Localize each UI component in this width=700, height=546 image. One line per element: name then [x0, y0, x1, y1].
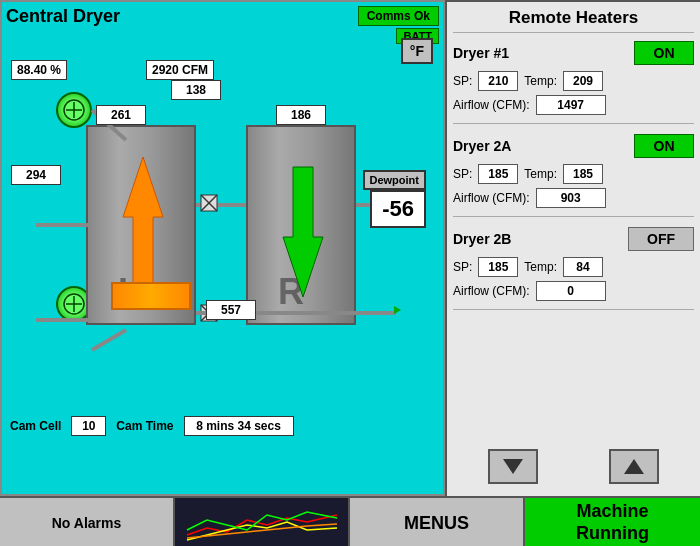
central-dryer-panel: Central Dryer Comms Ok BATT °F: [0, 0, 445, 496]
dryer-2b-sp-label: SP:: [453, 260, 472, 274]
dryer-2a-temp-label: Temp:: [524, 167, 557, 181]
dryer-2a-status[interactable]: ON: [634, 134, 694, 158]
dryer-1-temp-value: 209: [563, 71, 603, 91]
svg-marker-25: [503, 459, 523, 474]
heat-exchanger: [111, 282, 191, 310]
svg-line-12: [201, 195, 217, 211]
process-diagram: L R: [6, 50, 436, 410]
svg-marker-24: [394, 306, 401, 314]
dryer-1-temp-label: Temp:: [524, 74, 557, 88]
cam-cell-value: 10: [71, 416, 106, 436]
bottom-status-bar: Cam Cell 10 Cam Time 8 mins 34 secs: [6, 414, 439, 438]
dryer-2a-airflow-row: Airflow (CFM): 903: [453, 188, 694, 208]
v186-display: 186: [276, 105, 326, 125]
svg-marker-6: [123, 157, 163, 287]
cam-time-value: 8 mins 34 secs: [184, 416, 294, 436]
v557-display: 557: [206, 300, 256, 320]
dryer-2a-section: Dryer 2A ON SP: 185 Temp: 185 Airflow (C…: [453, 134, 694, 217]
cfm-top-display: 2920 CFM: [146, 60, 214, 80]
svg-marker-7: [283, 167, 323, 297]
dewpoint-label: Dewpoint: [363, 170, 427, 190]
v261-display: 261: [96, 105, 146, 125]
cam-cell-label: Cam Cell: [10, 419, 61, 433]
humidity-display: 88.40 %: [11, 60, 67, 80]
scroll-controls: [453, 443, 694, 490]
cfm-138-display: 138: [171, 80, 221, 100]
remote-heaters-panel: Remote Heaters Dryer #1 ON SP: 210 Temp:…: [445, 0, 700, 496]
dryer-1-name: Dryer #1: [453, 45, 509, 61]
dryer-1-sp-value: 210: [478, 71, 518, 91]
svg-rect-11: [201, 195, 217, 211]
dryer-2b-sp-value: 185: [478, 257, 518, 277]
dryer-1-airflow-label: Airflow (CFM):: [453, 98, 530, 112]
machine-running-line1: Machine: [576, 501, 649, 523]
dryer-1-status[interactable]: ON: [634, 41, 694, 65]
machine-running-status: Machine Running: [525, 498, 700, 546]
machine-running-line2: Running: [576, 523, 649, 545]
menus-button[interactable]: MENUS: [350, 498, 525, 546]
dryer-2a-name: Dryer 2A: [453, 138, 511, 154]
alarms-text: No Alarms: [52, 515, 122, 531]
scroll-down-button[interactable]: [488, 449, 538, 484]
dryer-2b-name: Dryer 2B: [453, 231, 511, 247]
dewpoint-value: -56: [370, 190, 426, 228]
comms-status-badge: Comms Ok: [358, 6, 439, 26]
page-title: Central Dryer: [6, 6, 120, 27]
dryer-2b-temp-value: 84: [563, 257, 603, 277]
dryer-1-sp-label: SP:: [453, 74, 472, 88]
dryer-2a-sp-value: 185: [478, 164, 518, 184]
motor-top-left[interactable]: [56, 92, 92, 128]
dryer-2b-section: Dryer 2B OFF SP: 185 Temp: 84 Airflow (C…: [453, 227, 694, 310]
bottom-bar: No Alarms MENUS Machine Running: [0, 496, 700, 546]
dryer-2b-airflow-value: 0: [536, 281, 606, 301]
dryer-2b-status[interactable]: OFF: [628, 227, 694, 251]
menus-label: MENUS: [404, 513, 469, 534]
dryer-2b-airflow-row: Airflow (CFM): 0: [453, 281, 694, 301]
dryer-2b-airflow-label: Airflow (CFM):: [453, 284, 530, 298]
cam-time-label: Cam Time: [116, 419, 173, 433]
dryer-2a-airflow-label: Airflow (CFM):: [453, 191, 530, 205]
chart-section[interactable]: [175, 498, 350, 546]
dryer-1-airflow-row: Airflow (CFM): 1497: [453, 95, 694, 115]
scroll-up-button[interactable]: [609, 449, 659, 484]
cylinder-right: R: [246, 125, 356, 325]
svg-line-13: [201, 195, 217, 211]
dryer-1-sp-temp-row: SP: 210 Temp: 209: [453, 71, 694, 91]
dryer-2a-temp-value: 185: [563, 164, 603, 184]
dryer-2a-airflow-value: 903: [536, 188, 606, 208]
svg-line-15: [92, 330, 126, 350]
dryer-1-section: Dryer #1 ON SP: 210 Temp: 209 Airflow (C…: [453, 41, 694, 124]
dryer-2b-temp-label: Temp:: [524, 260, 557, 274]
svg-marker-26: [624, 459, 644, 474]
dryer-1-airflow-value: 1497: [536, 95, 606, 115]
alarms-section: No Alarms: [0, 498, 175, 546]
dryer-2a-sp-temp-row: SP: 185 Temp: 185: [453, 164, 694, 184]
remote-heaters-title: Remote Heaters: [453, 8, 694, 33]
dryer-2b-sp-temp-row: SP: 185 Temp: 84: [453, 257, 694, 277]
v294-display: 294: [11, 165, 61, 185]
dryer-2a-sp-label: SP:: [453, 167, 472, 181]
